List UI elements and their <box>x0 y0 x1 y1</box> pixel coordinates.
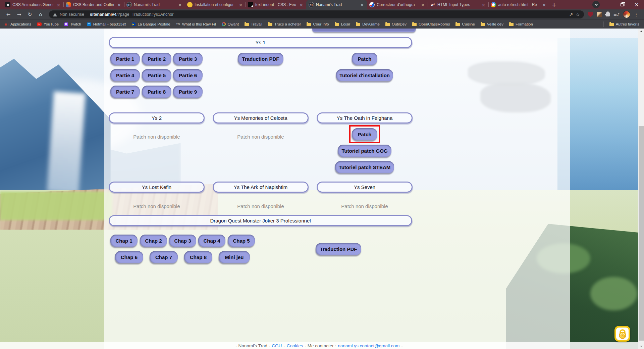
partie-9-button[interactable]: Partie 9 <box>173 86 203 98</box>
partie-6-button[interactable]: Partie 6 <box>173 69 203 81</box>
bookmark-star-icon[interactable]: ☆ <box>576 12 580 17</box>
cookie-consent-button[interactable] <box>614 326 630 342</box>
cutoff-button-bottom[interactable] <box>312 29 416 32</box>
scrollbar-thumb[interactable] <box>639 126 644 341</box>
partie-3-button[interactable]: Partie 3 <box>173 53 203 65</box>
extensions-puzzle-icon[interactable] <box>606 12 610 16</box>
ys1-traduction-pdf-button[interactable]: Traduction PDF <box>238 53 283 65</box>
folder-icon <box>335 23 339 26</box>
mini-jeu-button[interactable]: Mini jeu <box>219 251 250 263</box>
playlist-icon[interactable]: ≡♪ <box>613 12 619 17</box>
tab-close-icon[interactable]: × <box>117 2 122 7</box>
bookmark-banque-postale[interactable]: La Banque Postale <box>132 22 170 26</box>
extension-icon[interactable] <box>597 12 602 17</box>
tab-correcteur[interactable]: Correcteur d'orthogra × <box>367 0 428 9</box>
tab-close-icon[interactable]: × <box>420 2 425 7</box>
bookmark-hotmail[interactable]: Hotmail - bsp313@ <box>87 22 126 26</box>
tab-favicon <box>66 2 71 7</box>
tab-auto-refresh[interactable]: auto refresh html - Re × <box>488 0 549 9</box>
contact-email-link[interactable]: nanami.ys.contact@gmail.com <box>338 343 399 348</box>
bookmark-apps[interactable]: Applications <box>5 22 31 26</box>
minimize-button[interactable] <box>600 0 614 9</box>
bookmark-raw-file[interactable]: TNWhat is this Raw Fil <box>176 22 216 26</box>
bookmark-folder-openclassrooms[interactable]: OpenClassRooms <box>412 22 450 26</box>
partie-7-button[interactable]: Partie 7 <box>110 86 140 98</box>
tab-title: CSS Border and Outlin <box>73 2 115 7</box>
cookies-link[interactable]: Cookies <box>287 343 303 348</box>
tab-search-button[interactable] <box>592 1 600 8</box>
ublock-extension-icon[interactable] <box>588 12 593 17</box>
ys1-patch-button[interactable]: Patch <box>352 53 377 65</box>
close-button[interactable]: × <box>629 0 644 9</box>
browser-menu-icon[interactable]: ⋮ <box>634 12 639 17</box>
chap-3-button[interactable]: Chap 3 <box>169 235 196 247</box>
tab-close-icon[interactable]: × <box>238 2 243 7</box>
felghana-tutoriel-gog-button[interactable]: Tutoriel patch GOG <box>338 145 391 157</box>
restore-icon <box>621 3 624 6</box>
new-tab-button[interactable]: + <box>549 0 559 9</box>
tab-close-icon[interactable]: × <box>299 2 304 7</box>
chap-5-button[interactable]: Chap 5 <box>228 235 255 247</box>
chap-6-button[interactable]: Chap 6 <box>115 251 143 263</box>
tab-close-icon[interactable]: × <box>542 2 547 7</box>
tab-close-icon[interactable]: × <box>56 2 61 7</box>
dqmj3-traduction-pdf-button[interactable]: Traduction PDF <box>316 243 361 255</box>
chap-8-button[interactable]: Chap 8 <box>184 251 212 263</box>
tab-close-icon[interactable]: × <box>177 2 182 7</box>
partie-2-button[interactable]: Partie 2 <box>142 53 171 65</box>
tab-close-icon[interactable]: × <box>360 2 365 7</box>
back-button[interactable]: ← <box>4 11 13 17</box>
tab-nanamis-trad-1[interactable]: NT Nanami's Trad × <box>124 0 185 9</box>
bookmark-folder-cuisine[interactable]: Cuisine <box>455 22 475 26</box>
chap-7-button[interactable]: Chap 7 <box>150 251 178 263</box>
partie-4-button[interactable]: Partie 4 <box>110 69 140 81</box>
bookmark-qwant[interactable]: Qwant <box>222 22 239 26</box>
ys1-tutoriel-installation-button[interactable]: Tutoriel d'installation <box>336 69 393 81</box>
chap-4-button[interactable]: Chap 4 <box>198 235 225 247</box>
partie-5-button[interactable]: Partie 5 <box>142 69 171 81</box>
tab-css-border[interactable]: CSS Border and Outlin × <box>63 0 124 9</box>
folder-icon <box>385 23 390 26</box>
tab-installation[interactable]: Installation et configur × <box>185 0 246 9</box>
partie-8-button[interactable]: Partie 8 <box>142 86 171 98</box>
tab-text-indent[interactable]: text-indent - CSS : Feu × <box>246 0 306 9</box>
lemon-padlock-icon <box>617 328 628 340</box>
minimize-icon <box>605 5 609 5</box>
window-controls: × <box>600 0 644 9</box>
bookmark-folder-devgame[interactable]: DevGame <box>356 22 380 26</box>
bookmark-folder-veille-dev[interactable]: Veille dev <box>481 22 503 26</box>
bookmark-folder-cour-info[interactable]: Cour Info <box>307 22 329 26</box>
url-path: /?page=Traduction#ys1Anchor <box>116 12 173 17</box>
cgu-link[interactable]: CGU <box>272 343 282 348</box>
bookmark-other-favorites[interactable]: Autres favoris <box>609 22 639 26</box>
bookmark-twitch[interactable]: Twitch <box>64 22 81 26</box>
qwant-icon <box>222 22 226 26</box>
chap-1-button[interactable]: Chap 1 <box>110 235 138 247</box>
bookmark-folder-travail[interactable]: Travail <box>245 22 262 26</box>
restore-button[interactable] <box>614 0 629 9</box>
forward-button[interactable]: → <box>15 11 23 17</box>
profile-avatar[interactable] <box>623 11 630 18</box>
bookmark-folder-outildev[interactable]: OutilDev <box>385 22 407 26</box>
url-host: sitenanamiv4 <box>90 12 116 17</box>
tab-nanamis-trad-active[interactable]: NT Nanami's Trad × <box>306 0 367 9</box>
address-bar[interactable]: Non sécurisé sitenanamiv4 /?page=Traduct… <box>49 10 584 18</box>
bookmark-folder-loisir[interactable]: Loisir <box>335 22 350 26</box>
bookmark-folder-trucs[interactable]: Trucs à acheter <box>268 22 301 26</box>
scrollbar[interactable] <box>638 29 644 349</box>
partie-1-button[interactable]: Partie 1 <box>110 53 140 65</box>
bookmark-folder-formation[interactable]: Formation <box>509 22 533 26</box>
share-icon[interactable]: ↗ <box>569 12 573 17</box>
tab-html-input-types[interactable]: W³ HTML Input Types × <box>428 0 488 9</box>
tab-favicon <box>369 2 375 7</box>
scroll-up-arrow[interactable] <box>638 29 644 34</box>
felghana-tutoriel-steam-button[interactable]: Tutoriel patch STEAM <box>335 161 394 173</box>
tab-css-animations[interactable]: CSS Animations Gener × <box>3 0 63 9</box>
tab-close-icon[interactable]: × <box>481 2 486 7</box>
scroll-down-arrow[interactable] <box>638 344 644 349</box>
home-button[interactable]: ⌂ <box>36 11 45 17</box>
bookmark-youtube[interactable]: YouTube <box>37 22 59 26</box>
reload-button[interactable]: ↻ <box>25 11 34 17</box>
security-label: Non sécurisé <box>60 12 84 17</box>
chap-2-button[interactable]: Chap 2 <box>140 235 167 247</box>
